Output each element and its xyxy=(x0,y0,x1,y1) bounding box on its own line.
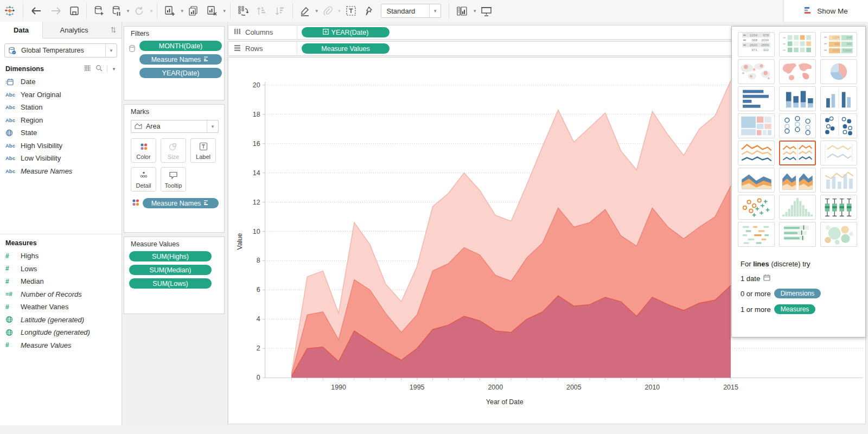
showme-thumbnail-lines-continuous[interactable] xyxy=(738,141,775,165)
marks-pill-measure-names[interactable]: Measure Names xyxy=(143,198,219,208)
rows-pill-measure-values[interactable]: Measure Values xyxy=(302,43,390,54)
showme-thumbnail-highlight-table[interactable] xyxy=(779,32,816,57)
showme-thumbnail-gantt[interactable] xyxy=(738,222,775,247)
measure-field-measure-values[interactable]: # Measure Values xyxy=(0,339,122,352)
showme-thumbnail-symbol-map[interactable] xyxy=(738,59,775,84)
columns-pill-year-date[interactable]: YEAR(Date) xyxy=(302,27,390,37)
dimension-field-region[interactable]: Abc Region xyxy=(0,114,122,127)
undo-icon[interactable] xyxy=(27,0,46,22)
expand-plus-icon[interactable] xyxy=(323,29,329,36)
showme-thumbnail-area-continuous[interactable] xyxy=(738,168,775,193)
hash-icon: # xyxy=(5,265,21,272)
tooltip-button[interactable]: Tooltip xyxy=(161,167,186,192)
dimension-field-high-visibility[interactable]: Abc High Visibility xyxy=(0,139,122,152)
show-me-panel: 1234678368203426202559971322123454636834… xyxy=(731,26,866,337)
tab-analytics[interactable]: Analytics xyxy=(43,22,105,38)
measure-field-lows[interactable]: # Lows xyxy=(0,263,122,276)
showme-thumbnail-lines-discrete[interactable] xyxy=(779,141,816,165)
filter-pill-month-date-[interactable]: MONTH(Date) xyxy=(139,41,222,51)
show-cards-icon[interactable] xyxy=(452,0,471,22)
dimension-field-year-original[interactable]: Abc Year Original xyxy=(0,88,122,101)
dropdown-caret-icon[interactable]: ▼ xyxy=(222,9,227,14)
datasource-menu-arrow[interactable]: ▼ xyxy=(105,44,117,57)
showme-thumbnail-treemap[interactable] xyxy=(738,113,775,138)
size-icon xyxy=(169,142,178,152)
showme-thumbnail-scatter[interactable] xyxy=(738,195,775,220)
showme-thumbnail-side-circles[interactable] xyxy=(820,113,857,138)
showme-thumbnail-area-discrete[interactable] xyxy=(779,168,816,193)
measure-field-weather-vanes[interactable]: # Weather Vanes xyxy=(0,301,122,314)
showme-thumbnail-h-bars[interactable] xyxy=(738,86,775,111)
detail-button[interactable]: Detail xyxy=(131,167,156,192)
showme-thumbnail-histogram[interactable] xyxy=(779,195,816,220)
add-datasource-icon[interactable] xyxy=(90,0,108,22)
showme-thumbnail-bullet[interactable] xyxy=(779,222,816,247)
view-mode-dropdown[interactable]: Standard▼ xyxy=(381,4,442,18)
svg-text:4: 4 xyxy=(257,315,260,323)
pause-updates-icon[interactable] xyxy=(108,0,125,22)
measure-values-pill-sum-median-[interactable]: SUM(Median) xyxy=(129,265,212,275)
svg-text:368: 368 xyxy=(752,38,758,42)
showme-thumbnail-side-bars[interactable] xyxy=(820,86,857,111)
showme-thumbnail-text-table[interactable]: 1234678368203426202559971322 xyxy=(738,32,775,57)
new-worksheet-icon[interactable] xyxy=(161,0,179,22)
showme-thumbnail-stacked-bars[interactable] xyxy=(779,86,816,111)
presentation-icon[interactable] xyxy=(477,0,496,22)
mark-type-arrow[interactable]: ▼ xyxy=(207,120,218,132)
svg-text:2: 2 xyxy=(257,344,260,352)
svg-text:678: 678 xyxy=(763,33,769,37)
dropdown-caret-icon[interactable]: ▼ xyxy=(473,9,477,14)
dropdown-caret-icon[interactable]: ▼ xyxy=(180,9,184,14)
highlight-icon[interactable] xyxy=(296,0,314,22)
dimension-field-measure-names[interactable]: Abc Measure Names xyxy=(0,165,122,178)
sort-ascending-icon xyxy=(252,0,271,22)
swap-rows-columns-icon[interactable] xyxy=(234,0,252,22)
svg-text:971: 971 xyxy=(752,48,758,52)
showme-thumbnail-circle-views[interactable] xyxy=(779,113,816,138)
tableau-logo[interactable] xyxy=(0,0,20,22)
show-me-button[interactable]: Show Me xyxy=(783,0,868,22)
dimension-field-station[interactable]: Abc Station xyxy=(0,101,122,114)
find-field-icon[interactable] xyxy=(95,65,103,73)
pane-swap-icon[interactable] xyxy=(105,22,122,38)
filter-pill-measure-names[interactable]: Measure Names xyxy=(139,54,222,65)
measure-values-pill-sum-lows-[interactable]: SUM(Lows) xyxy=(129,278,212,289)
showme-thumbnail-dual-combination[interactable] xyxy=(820,168,857,193)
save-icon[interactable] xyxy=(66,0,83,22)
view-mode-arrow[interactable]: ▼ xyxy=(429,4,441,17)
filter-pill-year-date-[interactable]: YEAR(Date) xyxy=(139,68,222,78)
label-button[interactable]: Label xyxy=(190,138,216,163)
showme-thumbnail-filled-map[interactable] xyxy=(779,59,816,84)
showme-thumbnail-box-whisker[interactable] xyxy=(820,195,857,220)
measure-field-longitude-generated[interactable]: Longitude (generated) xyxy=(0,326,122,339)
svg-text:1234: 1234 xyxy=(832,36,840,39)
abc-icon: Abc xyxy=(5,92,21,98)
measure-field-latitude-generated[interactable]: Latitude (generated) xyxy=(0,314,122,327)
measure-field-median[interactable]: # Median xyxy=(0,275,122,288)
dimension-field-date[interactable]: Date xyxy=(0,75,122,88)
dropdown-caret-icon[interactable]: ▼ xyxy=(315,9,319,14)
datasource-selector[interactable]: Global Temperatures ▼ xyxy=(4,43,117,58)
dropdown-caret-icon[interactable]: ▼ xyxy=(126,9,130,14)
svg-text:53890: 53890 xyxy=(843,49,852,52)
clear-sheet-icon[interactable] xyxy=(203,0,221,22)
tab-data[interactable]: Data xyxy=(0,22,43,39)
showme-thumbnail-heat-map[interactable]: 1234546368340262053890 xyxy=(820,32,857,57)
view-data-icon[interactable] xyxy=(84,65,91,73)
svg-text:2015: 2015 xyxy=(723,384,738,391)
toolbar-separator xyxy=(449,3,449,18)
measure-values-pill-sum-highs-[interactable]: SUM(Highs) xyxy=(129,251,212,261)
dimension-field-state[interactable]: State xyxy=(0,126,122,139)
measure-field-number-of-records[interactable]: =# Number of Records xyxy=(0,288,122,301)
showme-thumbnail-lines-dual[interactable] xyxy=(820,141,857,165)
duplicate-sheet-icon[interactable] xyxy=(184,0,203,22)
dimension-field-low-visibility[interactable]: Abc Low Visibility xyxy=(0,152,122,165)
mark-type-dropdown[interactable]: Area ▼ xyxy=(131,120,219,133)
fields-menu-icon[interactable]: ▼ xyxy=(112,67,116,72)
text-label-icon[interactable] xyxy=(342,0,360,22)
measure-field-highs[interactable]: # Highs xyxy=(0,250,122,263)
pin-icon[interactable] xyxy=(360,0,376,22)
showme-thumbnail-pie[interactable] xyxy=(820,59,857,84)
showme-thumbnail-packed-bubbles[interactable] xyxy=(820,222,857,247)
color-button[interactable]: Color xyxy=(131,138,156,163)
